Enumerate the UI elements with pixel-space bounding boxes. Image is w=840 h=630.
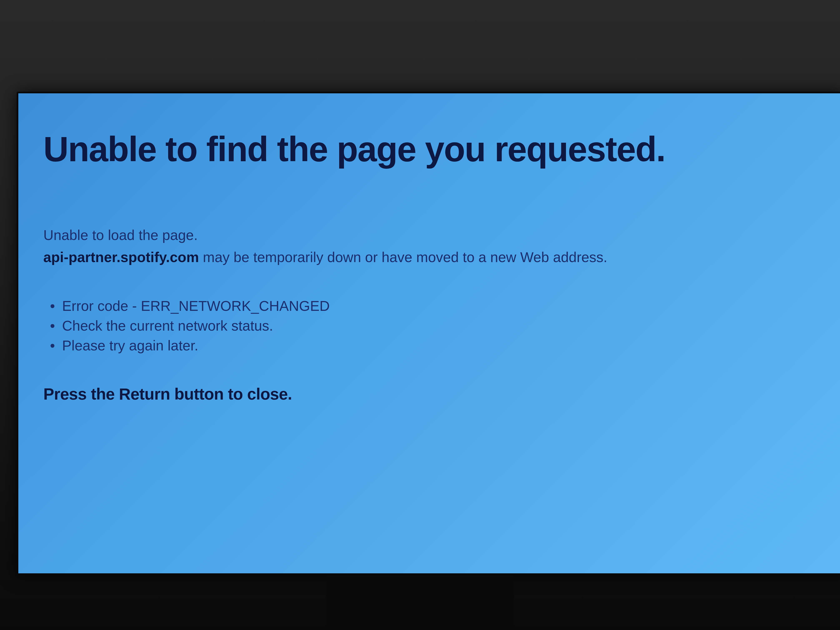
error-subtitle: Unable to load the page. [43,226,819,244]
tv-frame: Unable to find the page you requested. U… [17,92,840,575]
error-detail-suffix: may be temporarily down or have moved to… [199,249,607,265]
error-title: Unable to find the page you requested. [43,131,819,167]
error-bullet-item: Check the current network status. [43,316,819,336]
error-bullet-item: Please try again later. [43,336,819,355]
tv-stand [326,576,514,630]
error-bullet-list: Error code - ERR_NETWORK_CHANGED Check t… [43,296,819,355]
error-bullet-item: Error code - ERR_NETWORK_CHANGED [43,296,819,316]
error-domain: api-partner.spotify.com [43,249,199,265]
close-instruction: Press the Return button to close. [43,385,819,404]
error-detail: api-partner.spotify.com may be temporari… [43,248,819,267]
tv-screen: Unable to find the page you requested. U… [18,93,840,573]
